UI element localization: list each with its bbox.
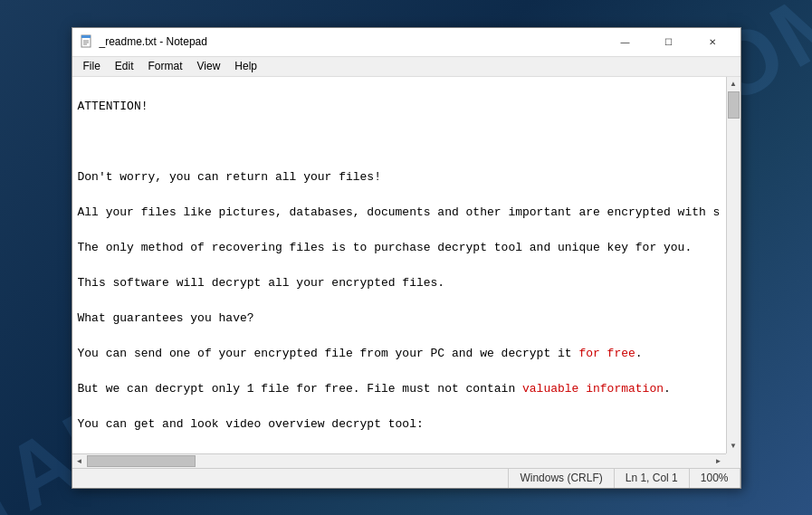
vertical-scrollbar[interactable]: ▲ ▼ <box>726 77 740 453</box>
menu-view[interactable]: View <box>190 58 228 74</box>
scroll-track-v[interactable] <box>727 91 740 439</box>
status-cursor: Ln 1, Col 1 <box>615 469 690 488</box>
content-area: ATTENTION! Don't worry, you can return a… <box>72 77 740 453</box>
scroll-up-arrow[interactable]: ▲ <box>726 77 740 91</box>
text-line-11: https://we.tl/t-fzE4MWf0Dg <box>78 451 721 453</box>
menu-bar: File Edit Format View Help <box>72 57 740 77</box>
scroll-down-arrow[interactable]: ▼ <box>726 439 740 453</box>
title-bar: _readme.txt - Notepad — ☐ ✕ <box>72 28 740 57</box>
menu-help[interactable]: Help <box>227 58 264 74</box>
status-line-ending: Windows (CRLF) <box>509 469 614 488</box>
title-bar-controls: — ☐ ✕ <box>605 28 733 55</box>
text-line-4: All your files like pictures, databases,… <box>78 204 721 222</box>
text-line-8: You can send one of your encrypted file … <box>78 345 721 363</box>
status-bar: Windows (CRLF) Ln 1, Col 1 100% <box>72 468 740 488</box>
minimize-button[interactable]: — <box>605 28 646 55</box>
close-button[interactable]: ✕ <box>692 28 733 55</box>
horizontal-scrollbar[interactable]: ◄ ► <box>72 453 740 468</box>
scroll-track-h[interactable] <box>87 454 712 468</box>
window-title: _readme.txt - Notepad <box>100 35 605 48</box>
scroll-right-arrow[interactable]: ► <box>712 453 726 468</box>
svg-rect-1 <box>81 35 91 38</box>
menu-edit[interactable]: Edit <box>108 58 141 74</box>
scroll-left-arrow[interactable]: ◄ <box>72 453 87 468</box>
notepad-icon <box>80 34 94 49</box>
scrollbar-corner <box>726 453 740 468</box>
text-line-6: This software will decrypt all your encr… <box>78 274 721 292</box>
text-line-3: Don't worry, you can return all your fil… <box>78 168 721 186</box>
notepad-window: _readme.txt - Notepad — ☐ ✕ File Edit Fo… <box>72 27 741 489</box>
text-line-5: The only method of recovering files is t… <box>78 239 721 257</box>
maximize-button[interactable]: ☐ <box>648 28 690 55</box>
scroll-thumb-v[interactable] <box>728 91 740 119</box>
status-empty <box>72 469 510 488</box>
text-line-7: What guarantees you have? <box>78 310 721 328</box>
scroll-thumb-h[interactable] <box>87 455 196 467</box>
text-line-1: ATTENTION! <box>78 98 721 116</box>
text-line-10: You can get and look video overview decr… <box>78 415 721 434</box>
text-editor[interactable]: ATTENTION! Don't worry, you can return a… <box>72 77 726 453</box>
text-line-2 <box>78 133 721 151</box>
menu-format[interactable]: Format <box>141 58 190 74</box>
text-line-9: But we can decrypt only 1 file for free.… <box>78 380 721 398</box>
status-zoom: 100% <box>690 469 740 488</box>
menu-file[interactable]: File <box>76 58 108 74</box>
